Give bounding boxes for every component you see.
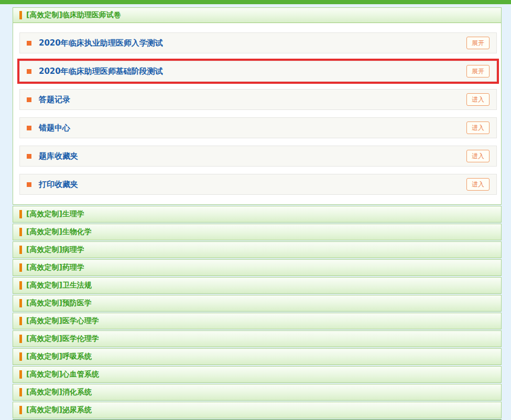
collapsed-sections: [高效定制]生理学 [高效定制]生物化学 [高效定制]病理学 [高效定制]药理学…	[13, 206, 502, 418]
orange-marker-icon	[19, 406, 22, 414]
list-item-link[interactable]: 打印收藏夹	[39, 180, 78, 190]
orange-marker-icon	[19, 317, 22, 325]
list-item: 打印收藏夹 进入	[19, 174, 497, 195]
orange-marker-icon	[19, 370, 22, 379]
bullet-icon	[27, 126, 31, 130]
bullet-icon	[27, 154, 31, 159]
row-action-button[interactable]: 进入	[466, 178, 490, 191]
row-action-button[interactable]: 展开	[466, 37, 490, 49]
orange-marker-icon	[19, 388, 22, 396]
list-item-link[interactable]: 2020年临床执业助理医师入学测试	[39, 38, 163, 48]
list-item-link[interactable]: 题库收藏夹	[39, 151, 78, 161]
list-item: 2020年临床执业助理医师入学测试 展开	[19, 32, 497, 53]
accordion-header[interactable]: [高效定制]病理学	[13, 241, 502, 258]
row-action-button[interactable]: 进入	[466, 150, 490, 162]
row-action-button[interactable]: 展开	[466, 65, 490, 78]
accordion-header[interactable]: [高效定制]医学伦理学	[13, 330, 502, 347]
list-item: 答题记录 进入	[19, 89, 497, 110]
section-content: 2020年临床执业助理医师入学测试 展开 2020年临床助理医师基础阶段测试 展…	[13, 23, 501, 204]
orange-marker-icon	[19, 352, 22, 361]
section-title: [高效定制]生理学	[26, 209, 84, 219]
section-title: [高效定制]临床助理医师试卷	[26, 10, 121, 20]
section-title: [高效定制]医学伦理学	[26, 334, 99, 344]
accordion-header[interactable]: [高效定制]预防医学	[13, 295, 502, 312]
section-title: [高效定制]呼吸系统	[26, 352, 92, 361]
expanded-section: [高效定制]临床助理医师试卷 2020年临床执业助理医师入学测试 展开 2020…	[13, 7, 502, 205]
orange-marker-icon	[19, 281, 22, 290]
list-item: 题库收藏夹 进入	[19, 146, 497, 167]
accordion-header[interactable]: [高效定制]卫生法规	[13, 277, 502, 294]
list-item: 2020年临床助理医师基础阶段测试 展开	[19, 61, 497, 82]
orange-marker-icon	[19, 263, 22, 272]
section-title: [高效定制]病理学	[26, 245, 84, 255]
section-title: [高效定制]预防医学	[26, 299, 92, 308]
accordion-header[interactable]: [高效定制]生理学	[13, 206, 502, 223]
orange-marker-icon	[19, 11, 22, 19]
row-action-button[interactable]: 进入	[466, 93, 490, 106]
section-title: [高效定制]消化系统	[26, 388, 92, 397]
accordion-header[interactable]: [高效定制]消化系统	[13, 384, 502, 401]
accordion-header[interactable]: [高效定制]泌尿系统	[13, 402, 502, 418]
accordion-header[interactable]: [高效定制]心血管系统	[13, 366, 502, 383]
accordion-header[interactable]: [高效定制]生物化学	[13, 224, 502, 240]
section-title: [高效定制]医学心理学	[26, 316, 99, 326]
section-title: [高效定制]生物化学	[26, 227, 92, 237]
bullet-icon	[27, 182, 31, 187]
orange-marker-icon	[19, 335, 22, 343]
list-item: 错题中心 进入	[19, 117, 497, 138]
bullet-icon	[27, 69, 31, 74]
accordion-header[interactable]: [高效定制]医学心理学	[13, 313, 502, 329]
list-item-link[interactable]: 答题记录	[39, 95, 70, 105]
section-title: [高效定制]心血管系统	[26, 370, 99, 379]
accordion-header[interactable]: [高效定制]药理学	[13, 259, 502, 276]
list-item-link[interactable]: 错题中心	[39, 123, 70, 133]
section-title: [高效定制]泌尿系统	[26, 405, 92, 415]
top-accent-strip	[0, 0, 511, 4]
orange-marker-icon	[19, 210, 22, 218]
bullet-icon	[27, 97, 31, 102]
orange-marker-icon	[19, 299, 22, 307]
list-item-link[interactable]: 2020年临床助理医师基础阶段测试	[39, 67, 163, 76]
section-title: [高效定制]卫生法规	[26, 281, 92, 290]
orange-marker-icon	[19, 228, 22, 236]
bullet-icon	[27, 41, 31, 46]
accordion-panel: [高效定制]临床助理医师试卷 2020年临床执业助理医师入学测试 展开 2020…	[13, 7, 502, 420]
orange-marker-icon	[19, 246, 22, 254]
row-action-button[interactable]: 进入	[466, 121, 490, 134]
accordion-header-clinical-assistant-papers[interactable]: [高效定制]临床助理医师试卷	[13, 8, 501, 23]
section-title: [高效定制]药理学	[26, 263, 84, 272]
accordion-header[interactable]: [高效定制]呼吸系统	[13, 348, 502, 365]
